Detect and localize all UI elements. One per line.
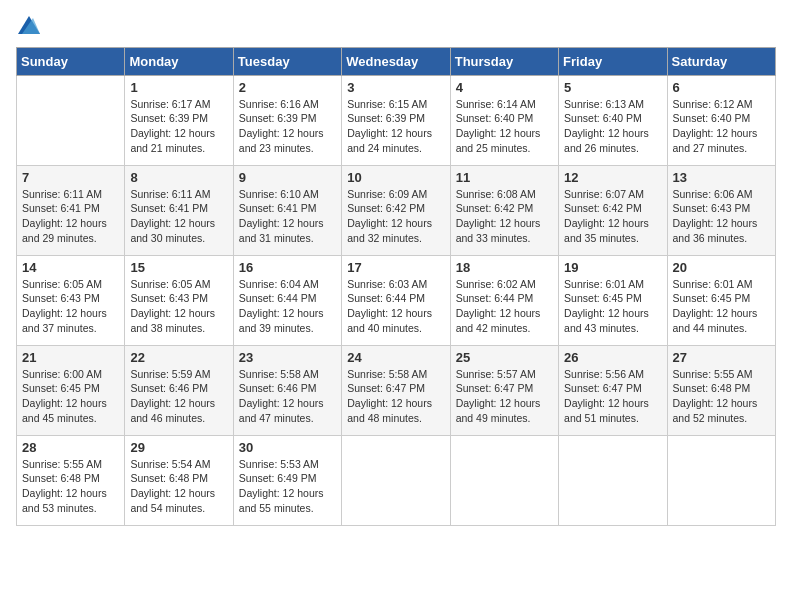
day-number: 13	[673, 170, 770, 185]
calendar-cell: 5Sunrise: 6:13 AM Sunset: 6:40 PM Daylig…	[559, 75, 667, 165]
cell-info: Sunrise: 6:11 AM Sunset: 6:41 PM Dayligh…	[22, 187, 119, 246]
calendar-cell: 1Sunrise: 6:17 AM Sunset: 6:39 PM Daylig…	[125, 75, 233, 165]
day-number: 1	[130, 80, 227, 95]
cell-info: Sunrise: 5:53 AM Sunset: 6:49 PM Dayligh…	[239, 457, 336, 516]
calendar-cell: 16Sunrise: 6:04 AM Sunset: 6:44 PM Dayli…	[233, 255, 341, 345]
calendar-cell: 6Sunrise: 6:12 AM Sunset: 6:40 PM Daylig…	[667, 75, 775, 165]
day-number: 10	[347, 170, 444, 185]
cell-info: Sunrise: 6:11 AM Sunset: 6:41 PM Dayligh…	[130, 187, 227, 246]
calendar-cell: 30Sunrise: 5:53 AM Sunset: 6:49 PM Dayli…	[233, 435, 341, 525]
calendar-header-row: SundayMondayTuesdayWednesdayThursdayFrid…	[17, 47, 776, 75]
header-day-friday: Friday	[559, 47, 667, 75]
calendar-cell: 24Sunrise: 5:58 AM Sunset: 6:47 PM Dayli…	[342, 345, 450, 435]
header-day-wednesday: Wednesday	[342, 47, 450, 75]
day-number: 29	[130, 440, 227, 455]
calendar-cell: 18Sunrise: 6:02 AM Sunset: 6:44 PM Dayli…	[450, 255, 558, 345]
cell-info: Sunrise: 6:09 AM Sunset: 6:42 PM Dayligh…	[347, 187, 444, 246]
day-number: 16	[239, 260, 336, 275]
cell-info: Sunrise: 6:13 AM Sunset: 6:40 PM Dayligh…	[564, 97, 661, 156]
day-number: 15	[130, 260, 227, 275]
calendar-cell	[17, 75, 125, 165]
calendar-cell	[342, 435, 450, 525]
calendar-cell	[667, 435, 775, 525]
cell-info: Sunrise: 6:15 AM Sunset: 6:39 PM Dayligh…	[347, 97, 444, 156]
day-number: 5	[564, 80, 661, 95]
day-number: 22	[130, 350, 227, 365]
calendar-cell	[559, 435, 667, 525]
cell-info: Sunrise: 5:54 AM Sunset: 6:48 PM Dayligh…	[130, 457, 227, 516]
day-number: 3	[347, 80, 444, 95]
cell-info: Sunrise: 5:58 AM Sunset: 6:47 PM Dayligh…	[347, 367, 444, 426]
calendar-cell: 8Sunrise: 6:11 AM Sunset: 6:41 PM Daylig…	[125, 165, 233, 255]
cell-info: Sunrise: 5:55 AM Sunset: 6:48 PM Dayligh…	[22, 457, 119, 516]
calendar-cell: 9Sunrise: 6:10 AM Sunset: 6:41 PM Daylig…	[233, 165, 341, 255]
calendar-cell: 22Sunrise: 5:59 AM Sunset: 6:46 PM Dayli…	[125, 345, 233, 435]
calendar-cell: 21Sunrise: 6:00 AM Sunset: 6:45 PM Dayli…	[17, 345, 125, 435]
calendar-week-row: 21Sunrise: 6:00 AM Sunset: 6:45 PM Dayli…	[17, 345, 776, 435]
cell-info: Sunrise: 6:05 AM Sunset: 6:43 PM Dayligh…	[130, 277, 227, 336]
calendar-cell: 7Sunrise: 6:11 AM Sunset: 6:41 PM Daylig…	[17, 165, 125, 255]
cell-info: Sunrise: 6:10 AM Sunset: 6:41 PM Dayligh…	[239, 187, 336, 246]
header-day-tuesday: Tuesday	[233, 47, 341, 75]
calendar-cell: 19Sunrise: 6:01 AM Sunset: 6:45 PM Dayli…	[559, 255, 667, 345]
day-number: 6	[673, 80, 770, 95]
day-number: 23	[239, 350, 336, 365]
day-number: 24	[347, 350, 444, 365]
calendar-week-row: 14Sunrise: 6:05 AM Sunset: 6:43 PM Dayli…	[17, 255, 776, 345]
cell-info: Sunrise: 6:05 AM Sunset: 6:43 PM Dayligh…	[22, 277, 119, 336]
logo-icon	[18, 16, 40, 34]
calendar-cell: 3Sunrise: 6:15 AM Sunset: 6:39 PM Daylig…	[342, 75, 450, 165]
calendar-cell	[450, 435, 558, 525]
cell-info: Sunrise: 6:01 AM Sunset: 6:45 PM Dayligh…	[564, 277, 661, 336]
calendar-cell: 17Sunrise: 6:03 AM Sunset: 6:44 PM Dayli…	[342, 255, 450, 345]
cell-info: Sunrise: 6:08 AM Sunset: 6:42 PM Dayligh…	[456, 187, 553, 246]
day-number: 21	[22, 350, 119, 365]
day-number: 30	[239, 440, 336, 455]
day-number: 12	[564, 170, 661, 185]
cell-info: Sunrise: 5:58 AM Sunset: 6:46 PM Dayligh…	[239, 367, 336, 426]
calendar-cell: 14Sunrise: 6:05 AM Sunset: 6:43 PM Dayli…	[17, 255, 125, 345]
calendar-table: SundayMondayTuesdayWednesdayThursdayFrid…	[16, 47, 776, 526]
logo	[16, 16, 40, 39]
calendar-cell: 29Sunrise: 5:54 AM Sunset: 6:48 PM Dayli…	[125, 435, 233, 525]
cell-info: Sunrise: 5:57 AM Sunset: 6:47 PM Dayligh…	[456, 367, 553, 426]
day-number: 26	[564, 350, 661, 365]
day-number: 14	[22, 260, 119, 275]
calendar-cell: 11Sunrise: 6:08 AM Sunset: 6:42 PM Dayli…	[450, 165, 558, 255]
calendar-cell: 10Sunrise: 6:09 AM Sunset: 6:42 PM Dayli…	[342, 165, 450, 255]
day-number: 2	[239, 80, 336, 95]
header-day-sunday: Sunday	[17, 47, 125, 75]
calendar-cell: 26Sunrise: 5:56 AM Sunset: 6:47 PM Dayli…	[559, 345, 667, 435]
cell-info: Sunrise: 6:17 AM Sunset: 6:39 PM Dayligh…	[130, 97, 227, 156]
cell-info: Sunrise: 6:16 AM Sunset: 6:39 PM Dayligh…	[239, 97, 336, 156]
calendar-cell: 20Sunrise: 6:01 AM Sunset: 6:45 PM Dayli…	[667, 255, 775, 345]
day-number: 19	[564, 260, 661, 275]
header-day-thursday: Thursday	[450, 47, 558, 75]
calendar-cell: 4Sunrise: 6:14 AM Sunset: 6:40 PM Daylig…	[450, 75, 558, 165]
day-number: 18	[456, 260, 553, 275]
calendar-cell: 23Sunrise: 5:58 AM Sunset: 6:46 PM Dayli…	[233, 345, 341, 435]
cell-info: Sunrise: 6:04 AM Sunset: 6:44 PM Dayligh…	[239, 277, 336, 336]
calendar-week-row: 1Sunrise: 6:17 AM Sunset: 6:39 PM Daylig…	[17, 75, 776, 165]
cell-info: Sunrise: 6:03 AM Sunset: 6:44 PM Dayligh…	[347, 277, 444, 336]
day-number: 17	[347, 260, 444, 275]
cell-info: Sunrise: 5:59 AM Sunset: 6:46 PM Dayligh…	[130, 367, 227, 426]
day-number: 4	[456, 80, 553, 95]
calendar-week-row: 7Sunrise: 6:11 AM Sunset: 6:41 PM Daylig…	[17, 165, 776, 255]
day-number: 25	[456, 350, 553, 365]
day-number: 8	[130, 170, 227, 185]
day-number: 11	[456, 170, 553, 185]
cell-info: Sunrise: 6:02 AM Sunset: 6:44 PM Dayligh…	[456, 277, 553, 336]
cell-info: Sunrise: 6:01 AM Sunset: 6:45 PM Dayligh…	[673, 277, 770, 336]
cell-info: Sunrise: 6:07 AM Sunset: 6:42 PM Dayligh…	[564, 187, 661, 246]
day-number: 9	[239, 170, 336, 185]
calendar-cell: 27Sunrise: 5:55 AM Sunset: 6:48 PM Dayli…	[667, 345, 775, 435]
cell-info: Sunrise: 6:06 AM Sunset: 6:43 PM Dayligh…	[673, 187, 770, 246]
calendar-cell: 12Sunrise: 6:07 AM Sunset: 6:42 PM Dayli…	[559, 165, 667, 255]
cell-info: Sunrise: 5:55 AM Sunset: 6:48 PM Dayligh…	[673, 367, 770, 426]
header	[16, 16, 776, 39]
day-number: 20	[673, 260, 770, 275]
day-number: 28	[22, 440, 119, 455]
calendar-cell: 13Sunrise: 6:06 AM Sunset: 6:43 PM Dayli…	[667, 165, 775, 255]
header-day-monday: Monday	[125, 47, 233, 75]
